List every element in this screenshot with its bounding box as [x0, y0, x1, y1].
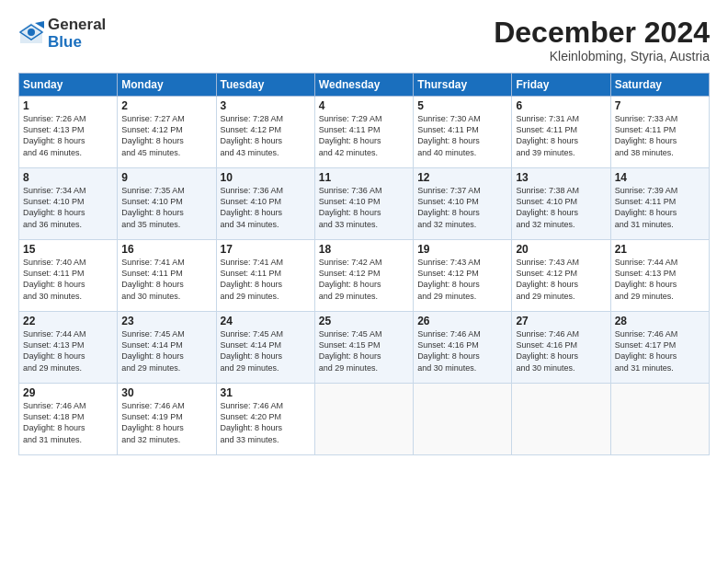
- day-number: 27: [516, 315, 606, 327]
- table-row: 30Sunrise: 7:46 AMSunset: 4:19 PMDayligh…: [118, 384, 216, 455]
- day-number: 29: [23, 386, 113, 399]
- day-number: 6: [516, 99, 606, 112]
- day-info: Sunrise: 7:46 AMSunset: 4:16 PMDaylight:…: [516, 328, 606, 373]
- day-number: 2: [121, 99, 211, 112]
- day-info: Sunrise: 7:44 AMSunset: 4:13 PMDaylight:…: [615, 257, 705, 302]
- table-row: 10Sunrise: 7:36 AMSunset: 4:10 PMDayligh…: [216, 168, 314, 240]
- day-info: Sunrise: 7:38 AMSunset: 4:10 PMDaylight:…: [516, 185, 606, 230]
- day-number: 7: [615, 99, 705, 112]
- day-number: 3: [221, 99, 311, 112]
- table-row: 8Sunrise: 7:34 AMSunset: 4:10 PMDaylight…: [19, 168, 118, 240]
- table-row: 19Sunrise: 7:43 AMSunset: 4:12 PMDayligh…: [414, 240, 512, 312]
- day-number: 23: [121, 315, 211, 327]
- table-row: 20Sunrise: 7:43 AMSunset: 4:12 PMDayligh…: [512, 240, 610, 312]
- table-row: 4Sunrise: 7:29 AMSunset: 4:11 PMDaylight…: [314, 97, 413, 168]
- day-number: 28: [615, 315, 705, 327]
- day-info: Sunrise: 7:43 AMSunset: 4:12 PMDaylight:…: [516, 257, 606, 302]
- day-info: Sunrise: 7:40 AMSunset: 4:11 PMDaylight:…: [23, 257, 113, 302]
- day-info: Sunrise: 7:41 AMSunset: 4:11 PMDaylight:…: [221, 257, 311, 302]
- day-number: 5: [417, 99, 507, 112]
- day-number: 16: [121, 243, 211, 256]
- table-row: 16Sunrise: 7:41 AMSunset: 4:11 PMDayligh…: [118, 240, 216, 312]
- page: General Blue December 2024 Kleinlobming,…: [0, 0, 728, 563]
- calendar-table: Sunday Monday Tuesday Wednesday Thursday…: [18, 73, 710, 455]
- calendar-week-3: 15Sunrise: 7:40 AMSunset: 4:11 PMDayligh…: [19, 240, 710, 312]
- logo-text: General Blue: [48, 17, 106, 51]
- day-info: Sunrise: 7:30 AMSunset: 4:11 PMDaylight:…: [417, 113, 507, 158]
- day-number: 21: [615, 243, 705, 256]
- table-row: 18Sunrise: 7:42 AMSunset: 4:12 PMDayligh…: [314, 240, 413, 312]
- table-row: 26Sunrise: 7:46 AMSunset: 4:16 PMDayligh…: [414, 312, 512, 384]
- day-number: 12: [417, 171, 507, 184]
- day-number: 11: [319, 171, 409, 184]
- header-row: Sunday Monday Tuesday Wednesday Thursday…: [19, 74, 710, 97]
- day-info: Sunrise: 7:42 AMSunset: 4:12 PMDaylight:…: [319, 257, 409, 302]
- svg-point-3: [28, 29, 35, 36]
- calendar-week-1: 1Sunrise: 7:26 AMSunset: 4:13 PMDaylight…: [19, 97, 710, 168]
- day-number: 19: [417, 243, 507, 256]
- table-row: 22Sunrise: 7:44 AMSunset: 4:13 PMDayligh…: [19, 312, 118, 384]
- day-number: 17: [221, 243, 311, 256]
- col-friday: Friday: [512, 74, 610, 97]
- day-number: 20: [516, 243, 606, 256]
- day-number: 4: [319, 99, 409, 112]
- title-area: December 2024 Kleinlobming, Styria, Aust…: [494, 17, 710, 63]
- col-saturday: Saturday: [610, 74, 709, 97]
- day-info: Sunrise: 7:46 AMSunset: 4:16 PMDaylight:…: [417, 328, 507, 373]
- day-number: 1: [23, 99, 113, 112]
- day-info: Sunrise: 7:45 AMSunset: 4:15 PMDaylight:…: [319, 328, 409, 373]
- day-number: 9: [121, 171, 211, 184]
- day-info: Sunrise: 7:45 AMSunset: 4:14 PMDaylight:…: [121, 328, 211, 373]
- day-info: Sunrise: 7:34 AMSunset: 4:10 PMDaylight:…: [23, 185, 113, 230]
- table-row: 31Sunrise: 7:46 AMSunset: 4:20 PMDayligh…: [216, 384, 314, 455]
- table-row: 27Sunrise: 7:46 AMSunset: 4:16 PMDayligh…: [512, 312, 610, 384]
- day-info: Sunrise: 7:45 AMSunset: 4:14 PMDaylight:…: [221, 328, 311, 373]
- day-info: Sunrise: 7:28 AMSunset: 4:12 PMDaylight:…: [221, 113, 311, 158]
- day-info: Sunrise: 7:44 AMSunset: 4:13 PMDaylight:…: [23, 328, 113, 373]
- day-number: 30: [121, 386, 211, 399]
- table-row: [314, 384, 413, 455]
- month-title: December 2024: [494, 17, 710, 49]
- day-number: 25: [319, 315, 409, 327]
- col-monday: Monday: [118, 74, 216, 97]
- day-number: 15: [23, 243, 113, 256]
- table-row: 11Sunrise: 7:36 AMSunset: 4:10 PMDayligh…: [314, 168, 413, 240]
- day-number: 10: [221, 171, 311, 184]
- day-info: Sunrise: 7:39 AMSunset: 4:11 PMDaylight:…: [615, 185, 705, 230]
- col-wednesday: Wednesday: [314, 74, 413, 97]
- logo-icon: [18, 21, 44, 47]
- day-info: Sunrise: 7:37 AMSunset: 4:10 PMDaylight:…: [417, 185, 507, 230]
- day-info: Sunrise: 7:35 AMSunset: 4:10 PMDaylight:…: [121, 185, 211, 230]
- table-row: 2Sunrise: 7:27 AMSunset: 4:12 PMDaylight…: [118, 97, 216, 168]
- day-info: Sunrise: 7:26 AMSunset: 4:13 PMDaylight:…: [23, 113, 113, 158]
- day-number: 8: [23, 171, 113, 184]
- table-row: 23Sunrise: 7:45 AMSunset: 4:14 PMDayligh…: [118, 312, 216, 384]
- day-number: 13: [516, 171, 606, 184]
- day-info: Sunrise: 7:46 AMSunset: 4:19 PMDaylight:…: [121, 400, 211, 445]
- day-info: Sunrise: 7:36 AMSunset: 4:10 PMDaylight:…: [319, 185, 409, 230]
- table-row: 5Sunrise: 7:30 AMSunset: 4:11 PMDaylight…: [414, 97, 512, 168]
- table-row: 29Sunrise: 7:46 AMSunset: 4:18 PMDayligh…: [19, 384, 118, 455]
- col-sunday: Sunday: [19, 74, 118, 97]
- day-number: 18: [319, 243, 409, 256]
- col-thursday: Thursday: [414, 74, 512, 97]
- day-number: 14: [615, 171, 705, 184]
- day-number: 24: [221, 315, 311, 327]
- table-row: [512, 384, 610, 455]
- table-row: 21Sunrise: 7:44 AMSunset: 4:13 PMDayligh…: [610, 240, 709, 312]
- logo-general-text: General: [48, 17, 106, 34]
- table-row: 28Sunrise: 7:46 AMSunset: 4:17 PMDayligh…: [610, 312, 709, 384]
- logo-blue-text: Blue: [48, 34, 106, 52]
- table-row: 7Sunrise: 7:33 AMSunset: 4:11 PMDaylight…: [610, 97, 709, 168]
- location-subtitle: Kleinlobming, Styria, Austria: [494, 49, 710, 63]
- table-row: 3Sunrise: 7:28 AMSunset: 4:12 PMDaylight…: [216, 97, 314, 168]
- day-number: 22: [23, 315, 113, 327]
- day-info: Sunrise: 7:31 AMSunset: 4:11 PMDaylight:…: [516, 113, 606, 158]
- table-row: 14Sunrise: 7:39 AMSunset: 4:11 PMDayligh…: [610, 168, 709, 240]
- day-info: Sunrise: 7:46 AMSunset: 4:17 PMDaylight:…: [615, 328, 705, 373]
- day-number: 31: [221, 386, 311, 399]
- table-row: [610, 384, 709, 455]
- table-row: 12Sunrise: 7:37 AMSunset: 4:10 PMDayligh…: [414, 168, 512, 240]
- day-info: Sunrise: 7:33 AMSunset: 4:11 PMDaylight:…: [615, 113, 705, 158]
- calendar-week-2: 8Sunrise: 7:34 AMSunset: 4:10 PMDaylight…: [19, 168, 710, 240]
